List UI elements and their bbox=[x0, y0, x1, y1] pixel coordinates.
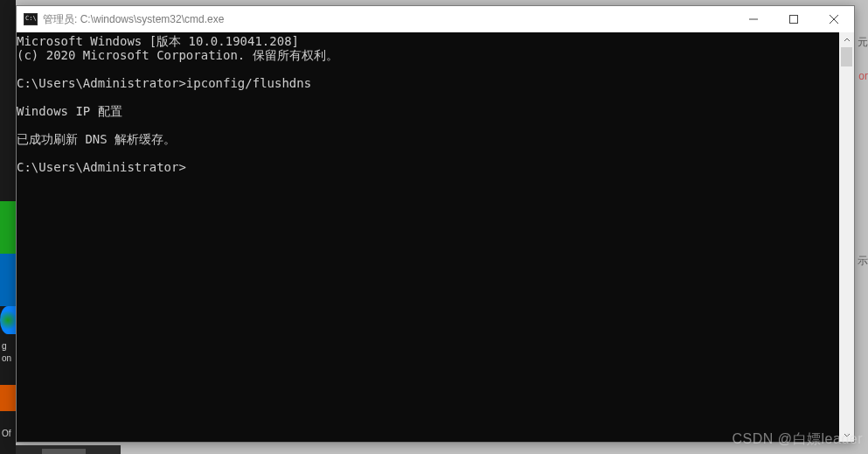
maximize-icon bbox=[789, 15, 798, 24]
titlebar[interactable]: 管理员: C:\windows\system32\cmd.exe bbox=[17, 6, 854, 32]
taskbar-fragment bbox=[16, 445, 121, 454]
cmd-icon bbox=[24, 13, 38, 25]
minimize-button[interactable] bbox=[733, 6, 774, 32]
term-line: Windows IP 配置 bbox=[17, 104, 122, 118]
term-line: (c) 2020 Microsoft Corporation. 保留所有权利。 bbox=[17, 48, 338, 62]
right-edge-text-1: 元 bbox=[858, 35, 868, 50]
term-line: Microsoft Windows [版本 10.0.19041.208] bbox=[17, 34, 299, 48]
terminal-output: Microsoft Windows [版本 10.0.19041.208] (c… bbox=[17, 32, 854, 174]
terminal-area[interactable]: Microsoft Windows [版本 10.0.19041.208] (c… bbox=[17, 32, 854, 442]
window-controls bbox=[733, 6, 854, 32]
term-line: C:\Users\Administrator>ipconfig/flushdns bbox=[17, 76, 311, 90]
terminal-scrollbar[interactable] bbox=[839, 32, 854, 442]
scrollbar-thumb[interactable] bbox=[841, 47, 852, 66]
svg-rect-1 bbox=[790, 16, 798, 24]
scrollbar-up-button[interactable] bbox=[839, 32, 854, 47]
left-strip-blue bbox=[0, 254, 16, 306]
left-strip-green bbox=[0, 201, 16, 254]
scrollbar-down-button[interactable] bbox=[839, 427, 854, 442]
right-edge-text-3: 示 bbox=[858, 254, 868, 269]
left-strip-edge-icon bbox=[0, 306, 16, 334]
close-icon bbox=[830, 15, 838, 24]
cmd-window: 管理员: C:\windows\system32\cmd.exe Microso… bbox=[16, 5, 855, 443]
close-button[interactable] bbox=[814, 6, 854, 32]
term-prompt: C:\Users\Administrator> bbox=[17, 160, 186, 174]
left-strip-orange bbox=[0, 385, 16, 411]
desktop-left-strip: 管 g on Of bbox=[0, 0, 16, 454]
chevron-down-icon bbox=[844, 431, 851, 438]
chevron-up-icon bbox=[844, 37, 851, 44]
minimize-icon bbox=[749, 15, 758, 24]
right-edge-text-2: or bbox=[858, 70, 868, 82]
maximize-button[interactable] bbox=[774, 6, 814, 32]
window-title: 管理员: C:\windows\system32\cmd.exe bbox=[43, 12, 733, 27]
term-line: 已成功刷新 DNS 解析缓存。 bbox=[17, 132, 176, 146]
